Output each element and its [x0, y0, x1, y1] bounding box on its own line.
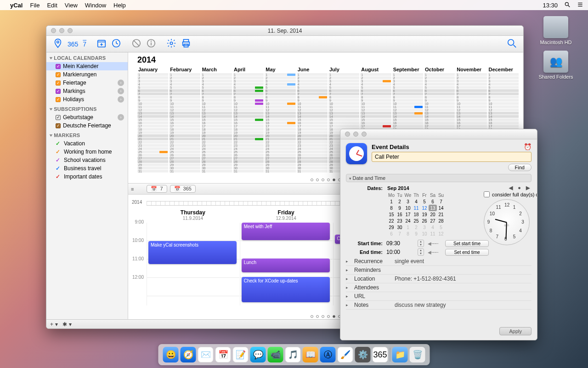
mini-calendar-day[interactable]: 23 — [396, 218, 404, 224]
sidebar-calendar-item[interactable]: ✓Mein Kalender — [46, 62, 128, 70]
disclosure-attendees[interactable]: Attendees — [346, 283, 531, 292]
year-month[interactable]: June123456789101112131415161718192021222… — [297, 67, 328, 172]
dock-mail[interactable]: ✉️ — [198, 347, 214, 362]
year-month[interactable]: January123456789101112131415161718192021… — [137, 67, 168, 172]
calendar-event[interactable]: Meet with Jeff — [242, 223, 330, 240]
more-icon[interactable]: › — [118, 96, 124, 103]
menu-help[interactable]: Help — [113, 2, 126, 9]
mini-calendar-day[interactable]: 2 — [396, 198, 404, 205]
dock-finder[interactable]: 😀 — [163, 347, 179, 362]
menu-window[interactable]: Window — [85, 2, 106, 9]
list-icon[interactable]: ≡ — [131, 186, 134, 192]
menu-view[interactable]: View — [65, 2, 78, 9]
mini-calendar-day[interactable]: 7 — [437, 198, 445, 205]
menu-file[interactable]: File — [30, 2, 40, 9]
disclosure-location[interactable]: LocationPhone: +1-512-892-4361 — [346, 275, 531, 283]
mini-calendar-day[interactable]: 27 — [429, 218, 437, 224]
sidebar-calendar-item[interactable]: ✓Holidays› — [46, 95, 128, 104]
mini-calendar-day[interactable]: 1 — [404, 224, 412, 230]
menu-app[interactable]: yCal — [10, 2, 23, 9]
new-event-icon[interactable] — [96, 38, 107, 50]
dock-itunes[interactable]: 🎵 — [285, 347, 301, 362]
mini-calendar-day[interactable]: 10 — [420, 230, 429, 237]
close-button[interactable] — [345, 132, 350, 137]
dock-notes[interactable]: 📝 — [233, 347, 249, 362]
mini-calendar-day[interactable]: 6 — [429, 198, 437, 205]
dock-sysprefs[interactable]: ⚙️ — [355, 347, 371, 362]
mini-calendar-day[interactable]: 4 — [429, 224, 437, 230]
end-time-stepper[interactable]: ▲▼ — [418, 248, 424, 256]
dock-appstore[interactable]: Ⓐ — [320, 347, 336, 362]
dock-ycal[interactable]: 365 — [373, 347, 388, 362]
set-start-time-button[interactable]: Set start time — [445, 240, 489, 247]
gear-icon[interactable] — [166, 38, 176, 50]
alarm-icon[interactable]: ⏰ — [524, 143, 531, 150]
sidebar-marker-item[interactable]: Business travel — [46, 164, 128, 172]
titlebar[interactable] — [340, 129, 537, 139]
section-date-time[interactable]: Date and Time — [346, 174, 531, 182]
find-button[interactable]: Find — [508, 164, 531, 171]
start-time-value[interactable]: 09:30 — [386, 240, 414, 247]
mini-calendar-day[interactable]: 28 — [437, 218, 445, 224]
mini-calendar-day[interactable]: 19 — [420, 211, 429, 218]
mini-calendar-day[interactable]: 18 — [412, 211, 420, 218]
dock-trash[interactable]: 🗑️ — [410, 347, 425, 362]
mini-calendar-day[interactable]: 22 — [387, 218, 396, 224]
apply-button[interactable]: Apply — [499, 327, 531, 335]
action-button[interactable]: ✱ — [62, 321, 67, 328]
dock-messages[interactable]: 💬 — [250, 347, 266, 362]
checkbox-icon[interactable]: ✓ — [56, 123, 61, 128]
disabled-icon[interactable] — [131, 38, 141, 50]
mini-calendar-day[interactable]: 12 — [420, 205, 429, 211]
mini-calendar-day[interactable]: 2 — [412, 224, 420, 230]
sidebar-header-markers[interactable]: MARKERS — [46, 130, 128, 139]
location-icon[interactable] — [53, 38, 63, 50]
mini-calendar-day[interactable]: 4 — [412, 198, 420, 205]
dock-facetime[interactable]: 📹 — [268, 347, 283, 362]
mini-calendar-day[interactable]: 8 — [387, 205, 396, 211]
mini-calendar-day[interactable]: 26 — [420, 218, 429, 224]
sidebar-calendar-item[interactable]: ✓Markings› — [46, 87, 128, 95]
sidebar-marker-item[interactable]: School vacations — [46, 156, 128, 164]
mini-calendar-day[interactable]: 16 — [396, 211, 404, 218]
dock-ibooks[interactable]: 📖 — [303, 347, 318, 362]
mini-calendar-nav[interactable]: ◀ ● ▶ — [509, 185, 531, 191]
event-name-field[interactable]: Call Peter — [372, 152, 531, 162]
mini-calendar-day[interactable]: 11 — [429, 230, 437, 237]
checkbox-icon[interactable]: ✓ — [56, 64, 61, 69]
checkbox-icon[interactable]: ✓ — [56, 72, 61, 77]
sidebar-calendar-item[interactable]: ✓Feiertage› — [46, 79, 128, 87]
sidebar-marker-item[interactable]: Working from home — [46, 148, 128, 156]
year-month[interactable]: May1234567891011121314151617181920212223… — [265, 67, 295, 172]
more-icon[interactable]: › — [118, 80, 124, 86]
zoom-button[interactable] — [68, 28, 73, 33]
year-month[interactable]: March12345678910111213141516171819202122… — [201, 67, 232, 172]
mini-calendar-day[interactable]: 5 — [437, 224, 445, 230]
sidebar-header-local[interactable]: LOCAL CALENDARS — [46, 52, 128, 62]
search-icon[interactable] — [507, 38, 517, 50]
mini-calendar-day[interactable]: 12 — [437, 230, 445, 237]
full-day-checkbox[interactable]: consider full day(s) only — [484, 191, 534, 197]
checkbox-icon[interactable]: ✓ — [56, 80, 61, 86]
disclosure-notes[interactable]: Notesdiscuss new strategy — [346, 301, 531, 310]
toolbar-365[interactable]: 365 — [68, 40, 78, 48]
sidebar-header-subscriptions[interactable]: SUBSCRIPTIONS — [46, 104, 128, 113]
mini-calendar-day[interactable]: 29 — [387, 224, 396, 230]
checkbox-icon[interactable]: ✓ — [56, 115, 61, 120]
toolbar-7[interactable]: 7 — [83, 40, 86, 48]
end-time-value[interactable]: 10:00 — [386, 249, 414, 255]
sidebar-marker-item[interactable]: Vacation — [46, 139, 128, 148]
clock-icon[interactable] — [111, 38, 121, 50]
mini-calendar-day[interactable]: 6 — [387, 230, 396, 237]
set-end-time-button[interactable]: Set end time — [445, 249, 489, 256]
notifications-icon[interactable] — [577, 1, 583, 9]
mini-calendar-day[interactable]: 11 — [412, 205, 420, 211]
mini-calendar-day[interactable]: 8 — [404, 230, 412, 237]
mini-calendar-day[interactable]: 10 — [404, 205, 412, 211]
mini-calendar-day[interactable]: 24 — [404, 218, 412, 224]
week-day-column[interactable]: Friday12.9.2014Meet with JeffLunchCheck … — [240, 209, 333, 319]
mini-calendar-day[interactable]: 9 — [396, 205, 404, 211]
sidebar-calendar-item[interactable]: ✓Markierungen — [46, 70, 128, 79]
zoom-button[interactable] — [362, 132, 367, 137]
view-segment-year[interactable]: 📅365 — [170, 185, 196, 193]
